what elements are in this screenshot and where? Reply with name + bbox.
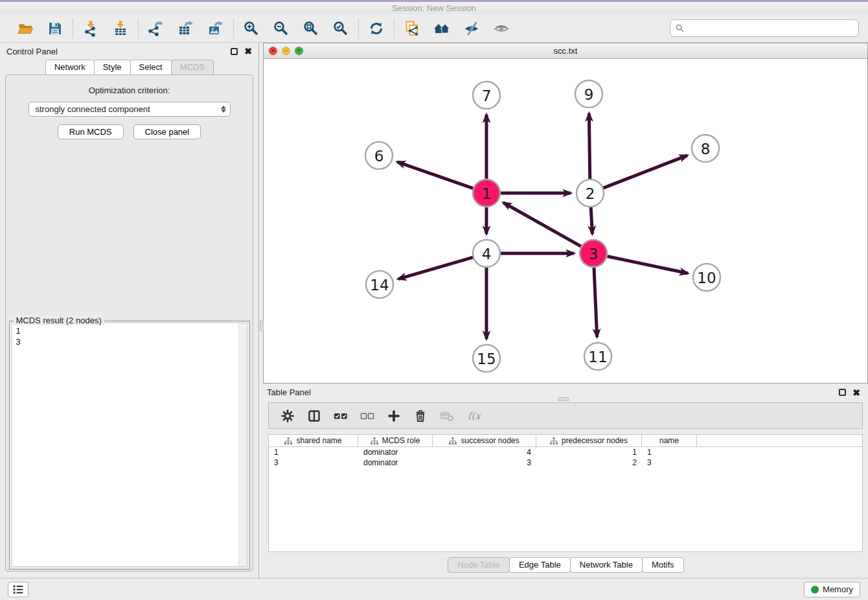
column-header-name[interactable]: name xyxy=(642,435,697,446)
table-cell: 3 xyxy=(433,458,536,467)
window-close-icon[interactable]: ✕ xyxy=(269,47,277,55)
window-minimize-icon[interactable]: − xyxy=(282,47,290,55)
hide-selected-icon[interactable] xyxy=(463,20,480,37)
graph-node-label-1: 1 xyxy=(482,185,492,202)
table-panel: Table Panel ✖ f(x) shared name MCDS role… xyxy=(263,384,868,578)
optimization-dropdown-value: strongly connected component xyxy=(36,104,221,114)
main-area: Control Panel ✖ Network Style Select MCD… xyxy=(0,43,868,578)
search-input[interactable] xyxy=(688,23,853,33)
mcds-result-text[interactable]: 13 xyxy=(12,323,238,566)
column-header-successor-nodes[interactable]: successor nodes xyxy=(433,435,536,446)
optimization-dropdown[interactable]: strongly connected component xyxy=(29,102,231,117)
column-hierarchy-icon xyxy=(284,437,292,444)
graph-edge-3-1[interactable] xyxy=(503,203,582,248)
column-header-shared-name[interactable]: shared name xyxy=(269,435,358,446)
delete-table-icon xyxy=(440,409,454,423)
network-graph[interactable]: 7968124314101511 xyxy=(264,59,867,383)
save-session-icon[interactable] xyxy=(47,20,63,37)
trash-icon[interactable] xyxy=(413,409,428,423)
memory-status-icon xyxy=(811,586,819,594)
graph-node-label-4: 4 xyxy=(482,246,492,262)
tab-node-table[interactable]: Node Table xyxy=(448,557,510,573)
table-cell: 1 xyxy=(536,448,642,457)
search-box[interactable] xyxy=(670,19,859,37)
task-history-button[interactable] xyxy=(8,582,29,597)
search-icon xyxy=(676,24,684,32)
table-cell: 4 xyxy=(433,448,536,457)
table-cell: 1 xyxy=(269,448,358,457)
plus-icon[interactable] xyxy=(387,409,401,423)
app-title: Session: New Session xyxy=(392,3,475,13)
table-cell: 2 xyxy=(536,458,642,467)
control-panel-title: Control Panel xyxy=(6,47,58,56)
window-maximize-icon[interactable]: + xyxy=(295,47,303,55)
result-scrollbar[interactable] xyxy=(238,323,247,566)
table-row[interactable]: 1dominator411 xyxy=(269,447,862,457)
zoom-out-icon[interactable] xyxy=(273,20,290,37)
fx-icon: f(x) xyxy=(466,409,481,423)
graph-edge-3-10[interactable] xyxy=(606,256,688,273)
table-row[interactable]: 3dominator323 xyxy=(269,457,862,468)
float-panel-icon[interactable] xyxy=(231,48,238,55)
mcds-panel: Optimization criterion: strongly connect… xyxy=(5,75,253,571)
tab-network-table[interactable]: Network Table xyxy=(570,557,643,573)
import-network-icon[interactable] xyxy=(82,20,99,37)
tab-edge-table[interactable]: Edge Table xyxy=(509,557,571,573)
column-header-predecessor-nodes[interactable]: predecessor nodes xyxy=(536,435,642,446)
refresh-icon[interactable] xyxy=(368,20,385,37)
export-image-icon[interactable] xyxy=(207,20,224,37)
duplicate-network-icon[interactable] xyxy=(404,20,420,37)
gear-icon[interactable] xyxy=(280,409,295,423)
close-panel-icon[interactable]: ✖ xyxy=(244,47,252,56)
table-panel-title: Table Panel xyxy=(267,387,311,397)
graph-edge-3-11[interactable] xyxy=(594,266,597,337)
export-table-icon[interactable] xyxy=(177,20,194,37)
zoom-in-icon[interactable] xyxy=(243,20,260,37)
open-file-icon[interactable] xyxy=(17,20,34,37)
tab-mcds[interactable]: MCDS xyxy=(171,60,214,75)
status-bar: Memory xyxy=(0,578,868,600)
graph-node-label-10: 10 xyxy=(697,270,716,286)
memory-label: Memory xyxy=(823,584,853,594)
zoom-fit-icon[interactable] xyxy=(303,20,319,37)
import-table-icon[interactable] xyxy=(112,20,129,37)
dropdown-spinner-icon xyxy=(221,106,226,113)
split-columns-icon[interactable] xyxy=(307,409,321,423)
graph-edge-4-14[interactable] xyxy=(398,257,475,279)
column-hierarchy-icon xyxy=(550,437,558,444)
graph-edge-2-3[interactable] xyxy=(591,205,592,234)
graph-node-label-11: 11 xyxy=(588,349,607,365)
table-float-icon[interactable] xyxy=(839,389,846,396)
graph-node-label-2: 2 xyxy=(586,185,595,202)
zoom-selected-icon[interactable] xyxy=(332,20,349,37)
tab-style[interactable]: Style xyxy=(94,60,131,75)
network-canvas[interactable]: 7968124314101511 xyxy=(264,59,867,383)
graph-edge-2-9[interactable] xyxy=(589,113,589,181)
network-window: scc.txt ✕ − + 7968124314101511 xyxy=(263,43,868,384)
tab-select[interactable]: Select xyxy=(130,60,172,75)
svg-text:f(x): f(x) xyxy=(468,410,481,422)
table-cell: dominator xyxy=(358,448,433,457)
graph-edge-2-8[interactable] xyxy=(602,156,687,189)
show-all-icon[interactable] xyxy=(493,20,510,37)
graph-node-label-14: 14 xyxy=(370,277,389,294)
unchecked-pair-icon[interactable] xyxy=(360,409,374,423)
close-panel-button[interactable]: Close panel xyxy=(133,124,201,139)
column-header-MCDS-role[interactable]: MCDS role xyxy=(358,435,433,446)
control-panel: Control Panel ✖ Network Style Select MCD… xyxy=(0,43,259,578)
node-table: shared name MCDS role successor nodes pr… xyxy=(268,434,863,552)
splitter-grip-vertical[interactable] xyxy=(260,321,264,331)
export-network-icon[interactable] xyxy=(148,20,165,37)
checked-pair-icon[interactable] xyxy=(334,409,348,423)
control-panel-tabs: Network Style Select MCDS xyxy=(0,60,258,75)
home-icon[interactable] xyxy=(433,20,450,37)
table-close-icon[interactable]: ✖ xyxy=(852,388,860,397)
tab-motifs[interactable]: Motifs xyxy=(642,557,684,573)
memory-button[interactable]: Memory xyxy=(804,582,860,597)
run-mcds-button[interactable]: Run MCDS xyxy=(58,124,124,139)
mcds-result-title: MCDS result (2 nodes) xyxy=(14,316,104,325)
graph-edge-1-6[interactable] xyxy=(397,162,475,189)
table-cell: 3 xyxy=(642,458,697,467)
splitter-grip-horizontal[interactable] xyxy=(558,397,569,401)
tab-network[interactable]: Network xyxy=(45,60,95,75)
